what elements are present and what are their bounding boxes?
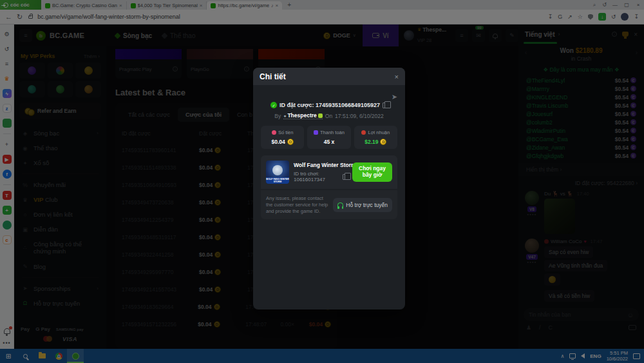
game-thumbnail[interactable]: WOLF FANG WINTER STORM	[266, 161, 289, 184]
share-bet-icon[interactable]: ➤	[392, 93, 397, 101]
game-id-text: ID trò chơi: 10616017347	[294, 171, 340, 182]
screen: cốc cốc BC.Game: Crypto Casino Gan × $4,…	[0, 0, 644, 363]
modal-title: Chi tiết	[260, 72, 286, 81]
game-info-card: WOLF FANG WINTER STORM Wolf Fang Winter …	[261, 155, 397, 189]
copy-icon[interactable]	[343, 174, 348, 180]
copy-icon[interactable]	[383, 103, 388, 108]
bcgame-page: ≡ b BC.GAME My VIP Perks Thêm ›	[14, 25, 644, 349]
browser-addressbar[interactable]: ← → ↻ bc.game/vi/game/wolf-fang-winter-s…	[0, 10, 644, 25]
bet-stats: Số tiền $0.04D Thanh toán 45 x Lợi nhuận…	[261, 126, 397, 149]
headset-icon	[337, 202, 343, 207]
profit-icon	[361, 130, 366, 135]
doge-coin-icon: D	[380, 139, 386, 145]
stat-profit: Lợi nhuận $2.19D	[354, 126, 397, 149]
user-badge-icon	[318, 113, 323, 118]
bet-details-modal: Chi tiết × ➤ ✓ ID đặt cược: 174593510668…	[253, 68, 405, 309]
doge-coin-icon: D	[287, 139, 294, 145]
modal-close-icon[interactable]: ×	[395, 73, 399, 81]
game-thumb-caption: WOLF FANG WINTER STORM	[266, 177, 289, 184]
person-icon: ●	[283, 113, 286, 118]
bet-id-text: ID đặt cược: 17459351066849105927	[279, 102, 380, 108]
stat-payout: Thanh toán 45 x	[307, 126, 350, 149]
live-support-button[interactable]: Hỗ trợ trực tuyến	[333, 198, 392, 212]
support-card: Any issues, please contact the customer …	[261, 190, 397, 219]
play-now-button[interactable]: Chơi ngay bây giờ	[352, 162, 392, 182]
bet-datetime: 17:51:09, 6/10/2022	[335, 113, 384, 119]
verified-check-icon: ✓	[270, 102, 277, 108]
support-note: Any issues, please contact the customer …	[266, 195, 328, 214]
amount-icon	[272, 130, 276, 135]
game-name: Wolf Fang Winter Storm	[294, 162, 348, 168]
bet-user-link[interactable]: ●Thespectre	[283, 112, 323, 119]
payout-icon	[314, 130, 318, 135]
stat-amount: Số tiền $0.04D	[261, 126, 304, 149]
